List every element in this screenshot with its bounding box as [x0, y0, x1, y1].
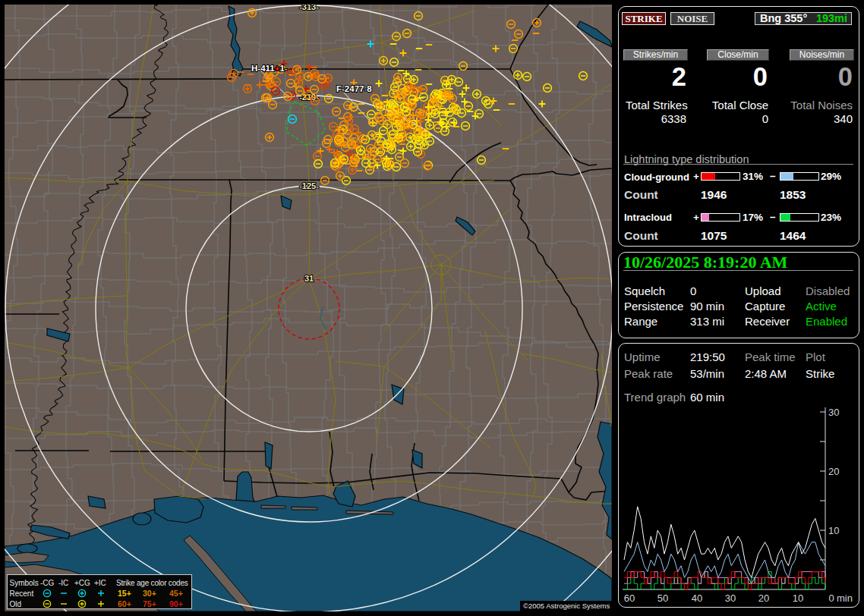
- svg-text:+CG: +CG: [74, 579, 90, 587]
- svg-text:0: 0: [828, 592, 834, 604]
- svg-text:30+: 30+: [143, 589, 156, 598]
- svg-text:-125-: -125-: [299, 181, 319, 190]
- svg-text:90+: 90+: [169, 599, 183, 608]
- svg-text:20: 20: [828, 466, 839, 477]
- svg-text:©2005 Astrogenic Systems: ©2005 Astrogenic Systems: [523, 602, 610, 610]
- svg-text:Strike age color codes: Strike age color codes: [116, 579, 188, 587]
- svg-text:10: 10: [828, 525, 839, 536]
- svg-text:-CG: -CG: [40, 579, 55, 587]
- svg-text:10: 10: [793, 592, 803, 604]
- svg-text:60+: 60+: [118, 599, 131, 608]
- svg-text:-313-: -313-: [299, 5, 319, 11]
- svg-text:Symbols: Symbols: [10, 579, 39, 587]
- svg-text:30: 30: [725, 592, 736, 604]
- svg-text:+IC: +IC: [94, 579, 106, 587]
- svg-text:Old: Old: [10, 600, 22, 608]
- svg-text:30: 30: [828, 407, 839, 418]
- svg-text:60: 60: [624, 592, 635, 604]
- svg-text:Recent: Recent: [10, 589, 34, 598]
- svg-text:31: 31: [304, 274, 314, 283]
- svg-text:50: 50: [657, 592, 668, 604]
- svg-text:-IC: -IC: [58, 579, 68, 587]
- svg-text:min: min: [837, 592, 853, 604]
- svg-text:H-411+1-: H-411+1-: [251, 64, 288, 73]
- svg-text:F-2477-8: F-2477-8: [336, 84, 372, 93]
- svg-text:45+: 45+: [169, 589, 183, 598]
- svg-text:15+: 15+: [118, 589, 131, 598]
- svg-text:40: 40: [692, 592, 702, 604]
- svg-text:20: 20: [758, 592, 769, 604]
- svg-text:75+: 75+: [143, 599, 156, 608]
